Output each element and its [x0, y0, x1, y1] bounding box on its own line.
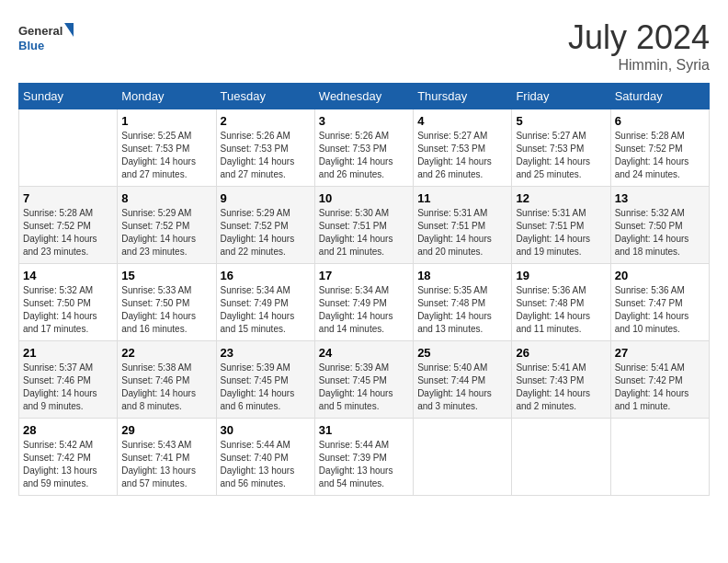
- day-info: Sunrise: 5:37 AM Sunset: 7:46 PM Dayligh…: [23, 362, 113, 413]
- calendar-cell: 1Sunrise: 5:25 AM Sunset: 7:53 PM Daylig…: [118, 109, 216, 187]
- day-info: Sunrise: 5:28 AM Sunset: 7:52 PM Dayligh…: [23, 207, 113, 259]
- day-info: Sunrise: 5:31 AM Sunset: 7:51 PM Dayligh…: [417, 207, 507, 259]
- calendar-cell: 29Sunrise: 5:43 AM Sunset: 7:41 PM Dayli…: [118, 419, 216, 496]
- day-number: 31: [319, 423, 409, 437]
- day-number: 19: [516, 269, 606, 282]
- weekday-header: Saturday: [610, 84, 709, 109]
- day-info: Sunrise: 5:34 AM Sunset: 7:49 PM Dayligh…: [319, 284, 409, 336]
- calendar-cell: 10Sunrise: 5:30 AM Sunset: 7:51 PM Dayli…: [314, 187, 413, 264]
- day-number: 21: [23, 346, 113, 360]
- day-info: Sunrise: 5:39 AM Sunset: 7:45 PM Dayligh…: [319, 362, 409, 413]
- calendar-cell: 2Sunrise: 5:26 AM Sunset: 7:53 PM Daylig…: [216, 109, 314, 187]
- calendar-cell: 24Sunrise: 5:39 AM Sunset: 7:45 PM Dayli…: [314, 341, 413, 419]
- calendar-cell: 17Sunrise: 5:34 AM Sunset: 7:49 PM Dayli…: [314, 264, 413, 341]
- day-number: 15: [121, 269, 211, 282]
- day-number: 28: [23, 423, 113, 437]
- day-number: 13: [615, 191, 705, 205]
- calendar-cell: [19, 109, 118, 187]
- day-number: 1: [121, 114, 211, 128]
- day-number: 22: [121, 346, 211, 360]
- svg-text:Blue: Blue: [18, 39, 44, 52]
- day-info: Sunrise: 5:30 AM Sunset: 7:51 PM Dayligh…: [319, 207, 409, 259]
- calendar-cell: 6Sunrise: 5:28 AM Sunset: 7:52 PM Daylig…: [610, 109, 709, 187]
- calendar-table: SundayMondayTuesdayWednesdayThursdayFrid…: [18, 83, 710, 496]
- day-number: 20: [615, 269, 705, 282]
- calendar-cell: 19Sunrise: 5:36 AM Sunset: 7:48 PM Dayli…: [512, 264, 610, 341]
- day-info: Sunrise: 5:41 AM Sunset: 7:43 PM Dayligh…: [516, 362, 606, 413]
- calendar-cell: 15Sunrise: 5:33 AM Sunset: 7:50 PM Dayli…: [118, 264, 216, 341]
- calendar-week-row: 7Sunrise: 5:28 AM Sunset: 7:52 PM Daylig…: [19, 187, 710, 264]
- day-info: Sunrise: 5:35 AM Sunset: 7:48 PM Dayligh…: [417, 284, 507, 336]
- day-number: 8: [121, 191, 211, 205]
- day-number: 24: [319, 346, 409, 360]
- calendar-cell: 7Sunrise: 5:28 AM Sunset: 7:52 PM Daylig…: [19, 187, 118, 264]
- day-info: Sunrise: 5:36 AM Sunset: 7:48 PM Dayligh…: [516, 284, 606, 336]
- calendar-cell: 9Sunrise: 5:29 AM Sunset: 7:52 PM Daylig…: [216, 187, 314, 264]
- day-info: Sunrise: 5:44 AM Sunset: 7:39 PM Dayligh…: [319, 439, 409, 490]
- svg-text:General: General: [18, 24, 63, 38]
- day-info: Sunrise: 5:32 AM Sunset: 7:50 PM Dayligh…: [615, 207, 705, 259]
- calendar-cell: 13Sunrise: 5:32 AM Sunset: 7:50 PM Dayli…: [610, 187, 709, 264]
- day-number: 4: [417, 114, 507, 128]
- day-info: Sunrise: 5:25 AM Sunset: 7:53 PM Dayligh…: [121, 130, 211, 181]
- weekday-header-row: SundayMondayTuesdayWednesdayThursdayFrid…: [19, 84, 710, 109]
- weekday-header: Thursday: [414, 84, 512, 109]
- weekday-header: Wednesday: [314, 84, 413, 109]
- calendar-cell: 31Sunrise: 5:44 AM Sunset: 7:39 PM Dayli…: [314, 419, 413, 496]
- calendar-cell: 25Sunrise: 5:40 AM Sunset: 7:44 PM Dayli…: [414, 341, 512, 419]
- calendar-cell: 8Sunrise: 5:29 AM Sunset: 7:52 PM Daylig…: [118, 187, 216, 264]
- day-number: 6: [615, 114, 705, 128]
- calendar-cell: 30Sunrise: 5:44 AM Sunset: 7:40 PM Dayli…: [216, 419, 314, 496]
- weekday-header: Friday: [512, 84, 610, 109]
- svg-marker-2: [64, 23, 74, 37]
- calendar-cell: 5Sunrise: 5:27 AM Sunset: 7:53 PM Daylig…: [512, 109, 610, 187]
- day-number: 7: [23, 191, 113, 205]
- calendar-week-row: 14Sunrise: 5:32 AM Sunset: 7:50 PM Dayli…: [19, 264, 710, 341]
- calendar-cell: 26Sunrise: 5:41 AM Sunset: 7:43 PM Dayli…: [512, 341, 610, 419]
- day-info: Sunrise: 5:42 AM Sunset: 7:42 PM Dayligh…: [23, 439, 113, 490]
- day-number: 27: [615, 346, 705, 360]
- day-number: 5: [516, 114, 606, 128]
- day-number: 9: [221, 191, 311, 205]
- calendar-cell: 14Sunrise: 5:32 AM Sunset: 7:50 PM Dayli…: [19, 264, 118, 341]
- weekday-header: Sunday: [19, 84, 118, 109]
- day-number: 18: [417, 269, 507, 282]
- day-info: Sunrise: 5:26 AM Sunset: 7:53 PM Dayligh…: [319, 130, 409, 181]
- day-number: 12: [516, 191, 606, 205]
- day-info: Sunrise: 5:32 AM Sunset: 7:50 PM Dayligh…: [23, 284, 113, 336]
- page-header: General Blue July 2024 Himmin, Syria: [18, 18, 710, 74]
- day-info: Sunrise: 5:34 AM Sunset: 7:49 PM Dayligh…: [221, 284, 311, 336]
- calendar-week-row: 28Sunrise: 5:42 AM Sunset: 7:42 PM Dayli…: [19, 419, 710, 496]
- month-title: July 2024: [568, 18, 710, 57]
- day-info: Sunrise: 5:39 AM Sunset: 7:45 PM Dayligh…: [221, 362, 311, 413]
- day-info: Sunrise: 5:36 AM Sunset: 7:47 PM Dayligh…: [615, 284, 705, 336]
- calendar-cell: 16Sunrise: 5:34 AM Sunset: 7:49 PM Dayli…: [216, 264, 314, 341]
- day-number: 3: [319, 114, 409, 128]
- calendar-cell: 20Sunrise: 5:36 AM Sunset: 7:47 PM Dayli…: [610, 264, 709, 341]
- calendar-cell: 4Sunrise: 5:27 AM Sunset: 7:53 PM Daylig…: [414, 109, 512, 187]
- logo-svg: General Blue: [18, 18, 74, 60]
- calendar-cell: 12Sunrise: 5:31 AM Sunset: 7:51 PM Dayli…: [512, 187, 610, 264]
- calendar-week-row: 1Sunrise: 5:25 AM Sunset: 7:53 PM Daylig…: [19, 109, 710, 187]
- day-number: 10: [319, 191, 409, 205]
- day-number: 2: [221, 114, 311, 128]
- day-number: 17: [319, 269, 409, 282]
- day-info: Sunrise: 5:29 AM Sunset: 7:52 PM Dayligh…: [121, 207, 211, 259]
- day-number: 26: [516, 346, 606, 360]
- location: Himmin, Syria: [568, 57, 710, 74]
- calendar-cell: 3Sunrise: 5:26 AM Sunset: 7:53 PM Daylig…: [314, 109, 413, 187]
- calendar-cell: 21Sunrise: 5:37 AM Sunset: 7:46 PM Dayli…: [19, 341, 118, 419]
- calendar-week-row: 21Sunrise: 5:37 AM Sunset: 7:46 PM Dayli…: [19, 341, 710, 419]
- day-info: Sunrise: 5:43 AM Sunset: 7:41 PM Dayligh…: [121, 439, 211, 490]
- day-info: Sunrise: 5:41 AM Sunset: 7:42 PM Dayligh…: [615, 362, 705, 413]
- day-number: 30: [221, 423, 311, 437]
- calendar-cell: 27Sunrise: 5:41 AM Sunset: 7:42 PM Dayli…: [610, 341, 709, 419]
- day-info: Sunrise: 5:31 AM Sunset: 7:51 PM Dayligh…: [516, 207, 606, 259]
- day-info: Sunrise: 5:28 AM Sunset: 7:52 PM Dayligh…: [615, 130, 705, 181]
- day-info: Sunrise: 5:27 AM Sunset: 7:53 PM Dayligh…: [417, 130, 507, 181]
- day-number: 14: [23, 269, 113, 282]
- day-number: 29: [121, 423, 211, 437]
- day-info: Sunrise: 5:40 AM Sunset: 7:44 PM Dayligh…: [417, 362, 507, 413]
- title-section: July 2024 Himmin, Syria: [568, 18, 710, 74]
- day-number: 11: [417, 191, 507, 205]
